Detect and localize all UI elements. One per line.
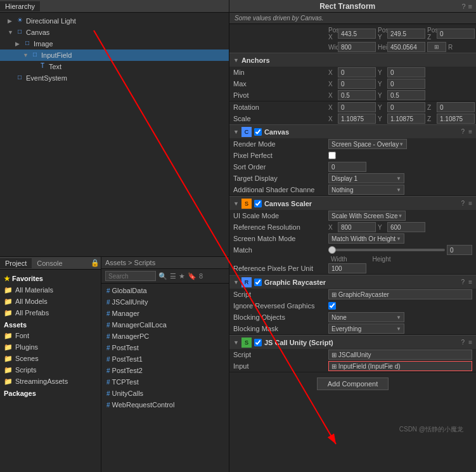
rotation-y-input[interactable] [387, 102, 425, 112]
folder-all-materials[interactable]: 📁 All Materials [0, 284, 101, 296]
height-input[interactable] [387, 42, 425, 52]
rotation-x-input[interactable] [338, 102, 376, 112]
add-component-button[interactable]: Add Component [317, 377, 389, 390]
width-input[interactable] [338, 42, 376, 52]
pixel-perfect-row: Pixel Perfect [229, 150, 476, 161]
folder-font[interactable]: 📁 Font [0, 330, 101, 341]
target-display-dropdown[interactable]: Display 1 ▼ [328, 173, 404, 183]
folder-streaming-assets[interactable]: 📁 StreamingAssets [0, 376, 101, 387]
folder-all-prefabs[interactable]: 📁 All Prefabs [0, 307, 101, 318]
match-slider[interactable] [328, 249, 445, 251]
canvas-header[interactable]: ▼ C Canvas ? ≡ [229, 124, 476, 138]
ref-res-y-input[interactable] [387, 222, 425, 232]
cs-help-icon[interactable]: ? [461, 200, 465, 207]
match-value-input[interactable] [447, 245, 472, 255]
slider-thumb[interactable] [328, 246, 336, 254]
tree-item-eventsystem[interactable]: □ EventSystem [0, 72, 229, 84]
pivot-y-input[interactable] [387, 90, 425, 100]
ref-res-value: X Y [328, 222, 472, 232]
asset-item[interactable]: # PostTest1 [101, 353, 229, 365]
tree-item-canvas[interactable]: ▼ □ Canvas [0, 27, 229, 38]
sort-order-input[interactable] [328, 162, 366, 172]
jcu-help-icon[interactable]: ? [461, 339, 465, 346]
anchors-arrow: ▼ [233, 57, 239, 63]
scale-x-input[interactable] [338, 114, 376, 124]
tree-item-directional-light[interactable]: ▶ ☀ Directional Light [0, 15, 229, 27]
console-tab[interactable]: Console [32, 258, 67, 268]
canvas-settings-icon[interactable]: ≡ [468, 128, 472, 135]
pos-y-input[interactable] [387, 29, 425, 39]
asset-item[interactable]: # ManagerPC [101, 331, 229, 342]
gr-icon: R [241, 277, 252, 287]
pivot-row: Pivot X Y [229, 89, 476, 101]
gr-script-ref[interactable]: ⊞ GraphicRaycaster [328, 289, 472, 299]
anchors-header[interactable]: ▼ Anchors [229, 53, 476, 67]
jcu-settings-icon[interactable]: ≡ [468, 339, 472, 346]
cs-settings-icon[interactable]: ≡ [468, 200, 472, 207]
canvas-scaler-header[interactable]: ▼ S Canvas Scaler ? ≡ [229, 196, 476, 210]
tree-item-image[interactable]: ▶ □ Image [0, 38, 229, 49]
max-label: Max [233, 80, 328, 88]
expand-icon[interactable]: ⊞ [427, 42, 446, 52]
asset-item[interactable]: # JSCallUnity [101, 296, 229, 308]
asset-item[interactable]: # ManagerCallLoca [101, 319, 229, 331]
min-y-input[interactable] [387, 67, 425, 77]
canvas-component-icon: C [241, 127, 252, 137]
asset-item[interactable]: # GlobalData [101, 285, 229, 296]
asset-item[interactable]: # PostTest [101, 342, 229, 353]
folder-scripts[interactable]: 📁 Scripts [0, 364, 101, 376]
asset-item[interactable]: # UnityCalls [101, 388, 229, 399]
pos-z-input[interactable] [437, 29, 475, 39]
ui-scale-dropdown[interactable]: Scale With Screen Size ▼ [328, 211, 406, 221]
folder-scenes[interactable]: 📁 Scenes [0, 353, 101, 364]
jcu-checkbox[interactable] [254, 339, 262, 346]
project-tab[interactable]: Project [0, 258, 32, 268]
scale-z-input[interactable] [437, 114, 475, 124]
rotation-z-input[interactable] [437, 102, 475, 112]
help-icon[interactable]: ? [461, 3, 465, 10]
gr-help-icon[interactable]: ? [461, 279, 465, 285]
hierarchy-tab[interactable]: Hierarchy [0, 1, 40, 11]
asset-item[interactable]: # Manager [101, 308, 229, 319]
ref-res-x-input[interactable] [338, 222, 376, 232]
tree-item-inputfield[interactable]: ▼ □ InputField [0, 49, 229, 61]
asset-item[interactable]: # PostTest2 [101, 365, 229, 376]
pivot-x-input[interactable] [338, 90, 376, 100]
gr-settings-icon[interactable]: ≡ [468, 279, 472, 285]
jcu-input-ref[interactable]: ⊞ InputField (InputFie d) [328, 361, 472, 371]
pos-x-input[interactable] [338, 29, 376, 39]
blocking-mask-dropdown[interactable]: Everything ▼ [328, 324, 404, 334]
graphic-raycaster-header[interactable]: ▼ R Graphic Raycaster ? ≡ [229, 275, 476, 289]
asset-item[interactable]: # WebRequestControl [101, 399, 229, 410]
ui-scale-label: UI Scale Mode [233, 212, 328, 220]
folder-all-models[interactable]: 📁 All Models [0, 296, 101, 307]
ignore-reversed-checkbox[interactable] [328, 302, 336, 310]
settings-icon[interactable]: ≡ [468, 3, 472, 10]
gr-checkbox[interactable] [254, 279, 262, 286]
hierarchy-tab-bar: Hierarchy [0, 0, 229, 13]
scale-values: X Y Z [328, 114, 475, 124]
render-mode-dropdown[interactable]: Screen Space - Overlay ▼ [328, 139, 407, 149]
max-x-input[interactable] [338, 79, 376, 89]
canvas-help-icon[interactable]: ? [461, 128, 465, 135]
pixel-perfect-checkbox[interactable] [328, 152, 336, 159]
script-icon: # [106, 379, 110, 386]
js-call-unity-header[interactable]: ▼ S JS Call Unity (Script) ? ≡ [229, 335, 476, 349]
x-label: X [328, 92, 336, 99]
min-x-input[interactable] [338, 67, 376, 77]
folder-plugins[interactable]: 📁 Plugins [0, 341, 101, 353]
assets-search-input[interactable] [105, 271, 156, 281]
screen-match-dropdown[interactable]: Match Width Or Height ▼ [328, 233, 404, 244]
blocking-objects-dropdown[interactable]: None ▼ [328, 312, 404, 322]
jcu-script-ref[interactable]: ⊞ JSCallUnity [328, 350, 472, 360]
tree-item-text[interactable]: T Text [0, 61, 229, 72]
canvas-checkbox[interactable] [254, 128, 262, 136]
additional-shader-dropdown[interactable]: Nothing ▼ [328, 185, 404, 195]
gr-arrow: ▼ [233, 279, 239, 285]
ref-pixels-input[interactable] [328, 263, 366, 273]
asset-item[interactable]: # TCPTest [101, 376, 229, 388]
canvas-scaler-checkbox[interactable] [254, 200, 262, 207]
ref-res-row: Reference Resolution X Y [229, 221, 476, 233]
max-y-input[interactable] [387, 79, 425, 89]
scale-y-input[interactable] [387, 114, 425, 124]
